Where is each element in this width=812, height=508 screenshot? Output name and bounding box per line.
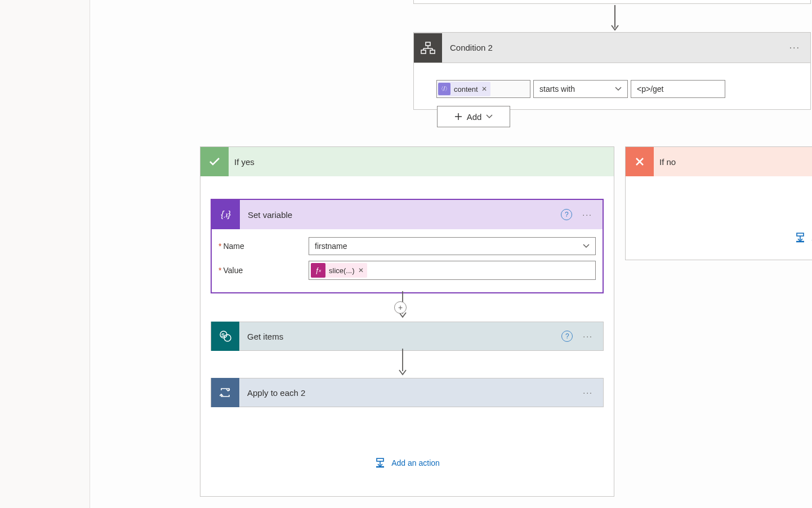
if-yes-branch: If yes {𝑥} Set variable ? ··· *Name firs… — [200, 146, 614, 497]
loop-icon — [211, 378, 239, 407]
variable-icon: {𝑥} — [212, 200, 240, 229]
plus-icon — [454, 113, 462, 121]
condition-left-operand[interactable]: 〈/〉 content ✕ — [436, 80, 530, 98]
insert-step-button[interactable]: + — [394, 301, 407, 314]
sharepoint-icon: S — [211, 322, 239, 351]
add-action-icon — [795, 233, 806, 243]
flow-canvas[interactable]: Condition 2 ··· 〈/〉 content ✕ starts wit… — [90, 0, 812, 508]
value-label: *Value — [218, 266, 309, 275]
svg-rect-15 — [377, 458, 383, 461]
add-action-icon — [374, 458, 386, 468]
apply-to-each-more-button[interactable]: ··· — [583, 388, 603, 397]
svg-text:S: S — [221, 332, 225, 338]
condition-operator-select[interactable]: starts with — [533, 80, 628, 98]
condition-add-button[interactable]: Add — [437, 106, 510, 127]
variable-name-select[interactable]: firstname — [309, 237, 596, 255]
condition-title: Condition 2 — [442, 43, 779, 52]
fx-icon: ƒx — [311, 263, 325, 278]
cross-icon — [626, 147, 654, 176]
svg-rect-6 — [421, 50, 426, 54]
chevron-down-icon — [486, 114, 493, 119]
remove-token-icon[interactable]: ✕ — [481, 85, 487, 93]
set-variable-header[interactable]: {𝑥} Set variable ? ··· — [212, 200, 603, 229]
svg-rect-20 — [797, 233, 804, 236]
if-no-branch: If no Add an action — [625, 146, 812, 260]
add-action-no[interactable]: Add an action — [636, 233, 812, 243]
condition-value-input[interactable]: <p>/get — [631, 80, 725, 98]
connector-arrow-icon — [611, 5, 619, 32]
if-yes-header[interactable]: If yes — [200, 147, 614, 176]
set-variable-card[interactable]: {𝑥} Set variable ? ··· *Name firstname — [211, 199, 604, 293]
svg-rect-7 — [430, 50, 435, 54]
set-variable-more-button[interactable]: ··· — [582, 210, 603, 219]
add-action-yes[interactable]: Add an action — [211, 458, 604, 468]
help-icon[interactable]: ? — [561, 209, 572, 220]
remove-token-icon[interactable]: ✕ — [358, 266, 364, 274]
previous-step-stub — [413, 0, 811, 4]
help-icon[interactable]: ? — [561, 331, 573, 342]
chevron-down-icon — [583, 244, 590, 248]
get-items-more-button[interactable]: ··· — [583, 332, 603, 341]
token-content[interactable]: 〈/〉 content ✕ — [438, 82, 490, 96]
name-label: *Name — [218, 242, 309, 251]
condition-icon — [414, 33, 442, 63]
condition-row: 〈/〉 content ✕ starts with <p>/get — [414, 63, 810, 109]
fx-expression-chip[interactable]: ƒx slice(...) ✕ — [311, 263, 367, 278]
condition-card[interactable]: Condition 2 ··· 〈/〉 content ✕ starts wit… — [413, 32, 811, 110]
teams-dynamic-icon: 〈/〉 — [438, 83, 450, 95]
if-no-header[interactable]: If no — [626, 147, 812, 176]
connector-arrow-icon — [399, 349, 407, 376]
apply-to-each-card[interactable]: Apply to each 2 ··· — [211, 378, 604, 407]
left-panel — [0, 0, 90, 508]
chevron-down-icon — [615, 87, 622, 91]
check-icon — [200, 147, 229, 176]
condition-more-button[interactable]: ··· — [779, 43, 810, 53]
variable-value-input[interactable]: ƒx slice(...) ✕ — [309, 261, 596, 280]
svg-rect-1 — [426, 42, 430, 46]
get-items-card[interactable]: S Get items ? ··· — [211, 322, 604, 351]
condition-header[interactable]: Condition 2 ··· — [414, 33, 810, 63]
